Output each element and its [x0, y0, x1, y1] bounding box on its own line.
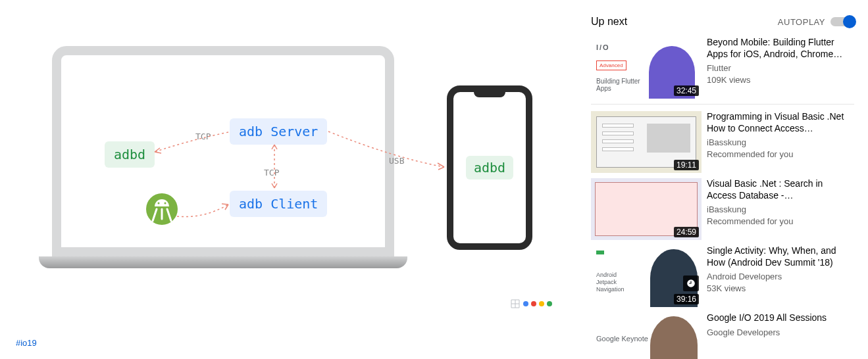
watch-later-icon[interactable] — [683, 275, 699, 291]
recommendation-title: Programming in Visual Basic .Net How to … — [707, 111, 854, 134]
recommendation-channel: iBasskung — [707, 137, 854, 149]
recommendation-item[interactable]: Google Keynote 179 Google I/O 2019 All S… — [591, 312, 854, 359]
recommendation-channel: Flutter — [707, 62, 854, 74]
video-thumbnail: Google Keynote 179 — [591, 312, 702, 359]
video-thumbnail: 19:11 — [591, 111, 702, 173]
recommendation-title: Google I/O 2019 All Sessions — [707, 312, 854, 324]
svg-point-1 — [158, 203, 160, 204]
autoplay-toggle[interactable] — [830, 17, 854, 26]
adb-client-box: adb Client — [230, 191, 327, 217]
sidebar: Up next AUTOPLAY I/O Advanced Building F… — [591, 0, 854, 359]
recommendation-title: Visual Basic .Net : Search in Access Dat… — [707, 178, 854, 201]
android-studio-icon — [145, 193, 178, 226]
recommendation-channel: iBasskung — [707, 204, 854, 216]
hashtag-link[interactable]: #io19 — [16, 338, 37, 348]
usb-label: USB — [389, 156, 404, 166]
recommendation-item[interactable]: 24:59 Visual Basic .Net : Search in Acce… — [591, 178, 854, 240]
recommendation-channel: Android Developers — [707, 271, 854, 283]
svg-point-2 — [165, 203, 166, 204]
duration-badge: 39:16 — [674, 294, 699, 304]
adbd-emulator-box: adbd — [105, 141, 155, 168]
recommendation-item[interactable]: 19:11 Programming in Visual Basic .Net H… — [591, 111, 854, 173]
video-player[interactable]: adbd adbd adb Server adb Client TCP TCP … — [16, 0, 575, 329]
recommendation-channel: Google Developers — [707, 327, 854, 339]
recommendation-title: Single Activity: Why, When, and How (And… — [707, 245, 854, 268]
video-frame: adbd adbd adb Server adb Client TCP TCP … — [19, 10, 572, 319]
tcp-label-2: TCP — [264, 168, 279, 178]
video-thumbnail: 24:59 — [591, 178, 702, 240]
recommendation-meta: Recommended for you — [707, 216, 854, 227]
io-watermark — [510, 299, 552, 309]
recommendation-item[interactable]: I/O Advanced Building Flutter Apps 32:45… — [591, 37, 854, 99]
video-thumbnail: I/O Advanced Building Flutter Apps 32:45 — [591, 37, 702, 99]
up-next-heading: Up next — [591, 16, 627, 28]
recommendation-meta: Recommended for you — [707, 149, 854, 160]
phone-graphic: adbd — [447, 85, 532, 250]
duration-badge: 24:59 — [674, 227, 699, 237]
recommendation-item[interactable]: Android Jetpack Navigation 39:16 Single … — [591, 245, 854, 307]
adbd-phone-box: adbd — [466, 156, 513, 180]
divider — [591, 104, 854, 105]
adb-server-box: adb Server — [230, 118, 327, 145]
tcp-label-1: TCP — [195, 132, 211, 141]
recommendation-meta: 53K views — [707, 283, 854, 295]
recommendation-title: Beyond Mobile: Building Flutter Apps for… — [707, 37, 854, 60]
duration-badge: 19:11 — [674, 160, 699, 170]
recommendation-meta: 109K views — [707, 74, 854, 86]
duration-badge: 32:45 — [674, 85, 699, 96]
autoplay-label: AUTOPLAY — [778, 17, 825, 27]
video-thumbnail: Android Jetpack Navigation 39:16 — [591, 245, 702, 307]
